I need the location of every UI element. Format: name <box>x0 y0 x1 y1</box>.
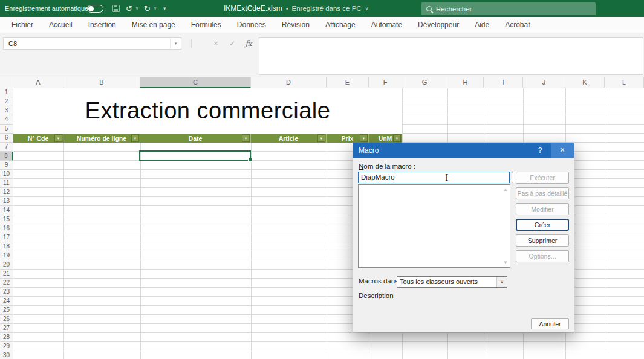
row-header[interactable]: 20 <box>0 260 13 270</box>
undo-icon[interactable]: ↺ <box>126 0 132 17</box>
name-box-value: C8 <box>8 40 17 47</box>
cancel-entry-icon[interactable]: × <box>209 37 223 50</box>
table-header-date[interactable]: Date ▾ <box>140 134 251 143</box>
redo-dropdown-icon[interactable]: ∨ <box>154 0 157 17</box>
cancel-button[interactable]: Annuler <box>531 318 569 329</box>
row-header[interactable]: 25 <box>0 306 13 315</box>
row-header[interactable]: 16 <box>0 224 13 233</box>
ribbon-tab[interactable]: Automate <box>363 17 410 33</box>
row-header[interactable]: 3 <box>0 106 13 115</box>
table-header-prix[interactable]: Prix ▾ <box>327 134 369 143</box>
search-box[interactable] <box>421 2 596 15</box>
sheet-title-cell[interactable]: Extraction commerciale <box>13 88 402 134</box>
formula-bar-input[interactable] <box>259 37 643 75</box>
redo-icon[interactable]: ↻ <box>144 0 151 17</box>
selected-cell-outline[interactable] <box>139 150 251 161</box>
edit-button[interactable]: Modifier <box>516 203 569 215</box>
filter-icon[interactable]: ▾ <box>360 134 368 142</box>
row-header[interactable]: 6 <box>0 134 13 143</box>
row-header[interactable]: 29 <box>0 342 13 351</box>
help-icon[interactable]: ? <box>530 143 550 158</box>
filter-icon[interactable]: ▾ <box>131 134 139 142</box>
column-header[interactable]: J <box>523 77 565 88</box>
table-header-numero-ligne[interactable]: Numéro de ligne ▾ <box>63 134 140 143</box>
row-header[interactable]: 22 <box>0 279 13 288</box>
row-header[interactable]: 19 <box>0 251 13 260</box>
table-header-unm[interactable]: UnM ▾ <box>369 134 402 143</box>
macros-in-dropdown[interactable]: Tous les classeurs ouverts ∨ <box>397 276 507 288</box>
row-header[interactable]: 4 <box>0 115 13 125</box>
scroll-down-icon[interactable]: ▼ <box>503 260 508 265</box>
column-header[interactable]: H <box>447 77 484 88</box>
macro-list[interactable]: ▲ ▼ <box>358 184 510 268</box>
ribbon-tab[interactable]: Fichier <box>4 17 41 33</box>
file-title[interactable]: IKMExtCdeE.xlsm • Enregistré dans ce PC … <box>224 0 368 17</box>
row-header[interactable]: 18 <box>0 242 13 251</box>
row-header[interactable]: 27 <box>0 324 13 333</box>
row-header[interactable]: 13 <box>0 197 13 206</box>
autosave-toggle[interactable] <box>87 5 103 13</box>
ribbon-tab[interactable]: Affichage <box>317 17 363 33</box>
ribbon-tab[interactable]: Aide <box>467 17 497 33</box>
column-header[interactable]: D <box>251 77 327 88</box>
row-header[interactable]: 12 <box>0 188 13 197</box>
column-header[interactable]: A <box>13 77 63 88</box>
row-header[interactable]: 24 <box>0 297 13 306</box>
ribbon-tab[interactable]: Mise en page <box>124 17 183 33</box>
filter-icon[interactable]: ▾ <box>242 134 250 142</box>
row-header[interactable]: 30 <box>0 351 13 359</box>
row-header[interactable]: 23 <box>0 288 13 297</box>
column-header[interactable]: B <box>63 77 140 88</box>
row-header[interactable]: 26 <box>0 315 13 324</box>
save-icon[interactable] <box>112 5 120 12</box>
confirm-entry-icon[interactable]: ✓ <box>225 37 239 50</box>
name-box[interactable]: C8 ▾ <box>3 37 181 50</box>
table-header-article[interactable]: Article ▾ <box>251 134 327 143</box>
options-button[interactable]: Options... <box>516 250 569 262</box>
filter-icon[interactable]: ▾ <box>54 134 62 142</box>
column-header[interactable]: K <box>565 77 605 88</box>
ribbon-tab[interactable]: Développeur <box>410 17 467 33</box>
scroll-up-icon[interactable]: ▲ <box>503 187 508 192</box>
row-header[interactable]: 10 <box>0 170 13 179</box>
undo-dropdown-icon[interactable]: ∨ <box>135 0 138 17</box>
row-header[interactable]: 7 <box>0 143 13 152</box>
filter-icon[interactable]: ▾ <box>317 134 325 142</box>
ribbon-tab[interactable]: Révision <box>274 17 317 33</box>
row-header[interactable]: 15 <box>0 215 13 224</box>
close-icon[interactable]: × <box>551 143 574 158</box>
ribbon-tab[interactable]: Formules <box>183 17 229 33</box>
step-into-button[interactable]: Pas à pas détaillé <box>516 187 569 199</box>
column-header[interactable]: F <box>369 77 402 88</box>
row-header[interactable]: 28 <box>0 333 13 342</box>
ribbon-tab[interactable]: Données <box>229 17 274 33</box>
column-header-selected[interactable]: C <box>140 77 251 88</box>
delete-button[interactable]: Supprimer <box>516 234 569 247</box>
execute-button[interactable]: Exécuter <box>516 172 569 184</box>
row-header[interactable]: 2 <box>0 97 13 106</box>
row-header[interactable]: 8 <box>0 152 13 161</box>
row-header[interactable]: 17 <box>0 233 13 242</box>
ribbon-tab[interactable]: Acrobat <box>497 17 538 33</box>
table-header-ncde[interactable]: N° Cde ▾ <box>13 134 63 143</box>
column-header[interactable]: E <box>327 77 369 88</box>
row-header[interactable]: 21 <box>0 270 13 279</box>
create-button[interactable]: Créer <box>516 219 569 231</box>
ribbon-tab[interactable]: Insertion <box>80 17 124 33</box>
column-header[interactable]: G <box>402 77 447 88</box>
row-header[interactable]: 11 <box>0 179 13 188</box>
ribbon-tab[interactable]: Accueil <box>41 17 80 33</box>
row-header[interactable]: 14 <box>0 206 13 215</box>
column-header[interactable]: I <box>484 77 523 88</box>
column-header[interactable]: L <box>605 77 644 88</box>
search-input[interactable] <box>436 5 575 13</box>
filter-icon[interactable]: ▾ <box>393 134 401 142</box>
row-header[interactable]: 1 <box>0 88 13 97</box>
quick-access-overflow-icon[interactable]: ▾ <box>163 0 166 17</box>
row-header[interactable]: 5 <box>0 125 13 134</box>
insert-function-icon[interactable]: ƒx <box>241 37 256 50</box>
macro-name-input[interactable]: DiapMacro <box>358 172 510 183</box>
row-header[interactable]: 9 <box>0 161 13 170</box>
select-all-corner[interactable] <box>0 77 13 88</box>
name-box-dropdown-icon[interactable]: ▾ <box>170 38 181 49</box>
